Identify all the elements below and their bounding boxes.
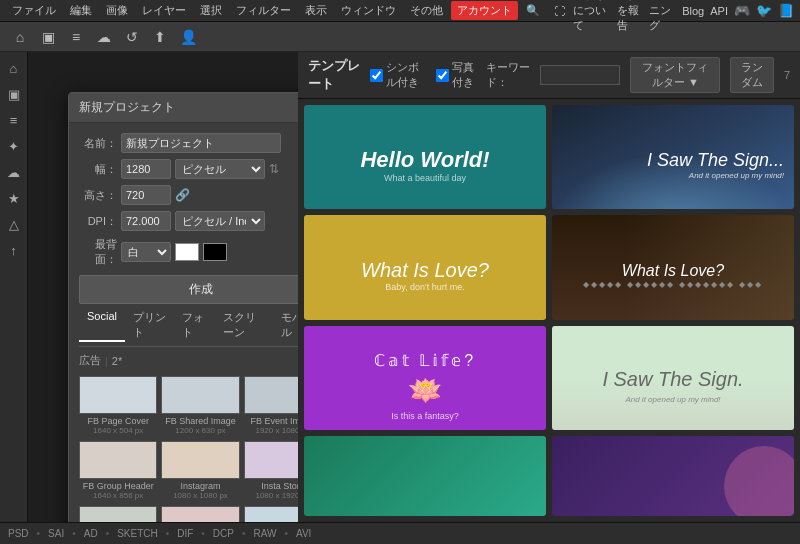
filter-symbol-label: シンボル付き	[386, 60, 425, 90]
status-psd: PSD	[8, 528, 29, 539]
fb-shared-size: 1200 x 630 px	[161, 426, 239, 435]
menu-blog[interactable]: Blog	[682, 5, 704, 17]
width-label: 幅：	[79, 162, 117, 177]
subcategory-row: 広告 | 2*	[79, 353, 322, 368]
template-fb-shared[interactable]: FB Shared Image 1200 x 630 px	[161, 376, 239, 435]
social-icon-2[interactable]: 🐦	[756, 3, 772, 18]
menu-search-icon[interactable]: 🔍	[520, 2, 546, 19]
dpi-unit-select[interactable]: ピクセル / Inch ピクセル / cm	[175, 211, 265, 231]
bg-select[interactable]: 白 黒 透明	[121, 242, 171, 262]
template-yt-thumbnail[interactable]: Youtube Thumbnail 1280 x 720 px	[79, 506, 157, 522]
instagram-label: Instagram	[161, 481, 239, 491]
bg-color-white[interactable]	[175, 243, 199, 261]
filter-photo-checkbox[interactable]	[436, 69, 449, 82]
tool-effects[interactable]: ✦	[2, 134, 26, 158]
status-ad: AD	[84, 528, 98, 539]
cloud-icon[interactable]: ☁	[92, 25, 116, 49]
publish-icon[interactable]: ⬆	[148, 25, 172, 49]
width-unit-select[interactable]: ピクセル インチ cm	[175, 159, 265, 179]
template-yt-profile[interactable]: Youtube Profile 800 x 800 px	[161, 506, 239, 522]
tab-print[interactable]: プリント	[125, 308, 174, 342]
gallery-item-cat-life[interactable]: ℂ𝕒𝕥 𝕃𝕚𝕗𝕖? 🪷 Is this a fantasy?	[304, 326, 546, 430]
status-bar: PSD • SAI • AD • SKETCH • DIF • DCP • RA…	[0, 522, 800, 544]
menu-edit[interactable]: 編集	[64, 1, 98, 20]
hello-world-sub: What a beautiful day	[384, 173, 466, 183]
menu-file[interactable]: ファイル	[6, 1, 62, 20]
keyword-input[interactable]	[540, 65, 620, 85]
random-button[interactable]: ランダム	[730, 57, 774, 93]
cat-life-lotus-icon: 🪷	[408, 374, 443, 407]
history-icon[interactable]: ↺	[120, 25, 144, 49]
menu-image[interactable]: 画像	[100, 1, 134, 20]
menu-layer[interactable]: レイヤー	[136, 1, 192, 20]
layers-icon[interactable]: ≡	[64, 25, 88, 49]
dialog-titlebar: 新規プロジェクト ✕	[69, 93, 332, 123]
bg-color-black[interactable]	[203, 243, 227, 261]
gallery-item-bottom-2[interactable]	[552, 436, 794, 516]
gallery-item-saw-sign-2[interactable]: I Saw The Sign. And it opened up my mind…	[552, 326, 794, 430]
menu-window[interactable]: ウィンドウ	[335, 1, 402, 20]
dpi-input[interactable]	[121, 211, 171, 231]
menu-bugreport[interactable]: バグを報告	[617, 0, 644, 33]
filter-photo-option[interactable]: 写真付き	[436, 60, 476, 90]
tool-layers[interactable]: ≡	[2, 108, 26, 132]
templates-col-2: FB Shared Image 1200 x 630 px Instagram …	[161, 376, 239, 522]
gallery-item-what-is-love-2[interactable]: What Is Love? ◆◆◆◆◆ ◆◆◆◆◆◆ ◆◆◆◆◆◆◆ ◆◆◆	[552, 215, 794, 319]
social-icon-3[interactable]: 📘	[778, 3, 794, 18]
person-icon[interactable]: 👤	[176, 25, 200, 49]
social-icon-1[interactable]: 🎮	[734, 3, 750, 18]
template-header: テンプレート シンボル付き 写真付き キーワード： フォントフィルター ▼ ラン…	[298, 52, 800, 99]
tool-star[interactable]: ★	[2, 186, 26, 210]
height-input[interactable]	[121, 185, 171, 205]
menu-fullscreen-icon[interactable]: ⛶	[548, 3, 571, 19]
tool-share[interactable]: ↑	[2, 238, 26, 262]
fb-group-thumb	[79, 441, 157, 479]
tool-cloud[interactable]: ☁	[2, 160, 26, 184]
tab-screen[interactable]: スクリーン	[215, 308, 273, 342]
fb-group-label: FB Group Header	[79, 481, 157, 491]
fb-cover-label: FB Page Cover	[79, 416, 157, 426]
gallery-item-what-is-love-1[interactable]: What Is Love? Baby, don't hurt me.	[304, 215, 546, 319]
form-row-height: 高さ： 🔗	[79, 185, 322, 205]
template-instagram[interactable]: Instagram 1080 x 1080 px	[161, 441, 239, 500]
gallery-item-saw-sign-1[interactable]: I Saw The Sign... And it opened up my mi…	[552, 105, 794, 209]
home-icon[interactable]: ⌂	[8, 25, 32, 49]
templates-col-1: FB Page Cover 1640 x 504 px FB Group Hea…	[79, 376, 157, 522]
subcat-2star[interactable]: 2*	[112, 355, 122, 367]
gallery-item-hello-world[interactable]: Hello World! What a beautiful day	[304, 105, 546, 209]
left-dialog-area: 新規プロジェクト ✕ 名前： document.currentScript.pr…	[28, 52, 298, 522]
width-input[interactable]	[121, 159, 171, 179]
template-fb-page-cover[interactable]: FB Page Cover 1640 x 504 px	[79, 376, 157, 435]
monitor-icon[interactable]: ▣	[36, 25, 60, 49]
tab-photo[interactable]: フォト	[174, 308, 215, 342]
menu-other[interactable]: その他	[404, 1, 449, 20]
filter-photo-label: 写真付き	[452, 60, 476, 90]
what-is-love-1-title: What Is Love?	[361, 259, 489, 282]
tool-home[interactable]: ⌂	[2, 56, 26, 80]
bg-label: 最背面：	[79, 237, 117, 267]
menu-select[interactable]: 選択	[194, 1, 228, 20]
category-tabs: Social プリント フォト スクリーン モバイル	[79, 308, 322, 347]
status-sai: SAI	[48, 528, 64, 539]
filter-symbol-checkbox[interactable]	[370, 69, 383, 82]
template-fb-group[interactable]: FB Group Header 1640 x 856 px	[79, 441, 157, 500]
font-filter-button[interactable]: フォントフィルター ▼	[630, 57, 720, 93]
name-input[interactable]	[121, 133, 281, 153]
menu-about[interactable]: アプリについて	[573, 0, 611, 33]
tool-shape[interactable]: △	[2, 212, 26, 236]
menu-filter[interactable]: フィルター	[230, 1, 297, 20]
dialog-title: 新規プロジェクト	[79, 99, 175, 116]
menu-view[interactable]: 表示	[299, 1, 333, 20]
tool-monitor[interactable]: ▣	[2, 82, 26, 106]
tab-social[interactable]: Social	[79, 308, 125, 342]
menu-learning[interactable]: ラーニング	[649, 0, 676, 33]
gallery-item-bottom-1[interactable]	[304, 436, 546, 516]
height-lock[interactable]: 🔗	[175, 188, 190, 202]
dialog-body: 名前： document.currentScript.previousEleme…	[69, 123, 332, 522]
create-button[interactable]: 作成	[79, 275, 322, 304]
menu-account[interactable]: アカウント	[451, 1, 518, 20]
keyword-label: キーワード：	[486, 60, 530, 90]
subcat-ad[interactable]: 広告	[79, 353, 101, 368]
menu-api[interactable]: API	[710, 5, 728, 17]
filter-symbol-option[interactable]: シンボル付き	[370, 60, 425, 90]
